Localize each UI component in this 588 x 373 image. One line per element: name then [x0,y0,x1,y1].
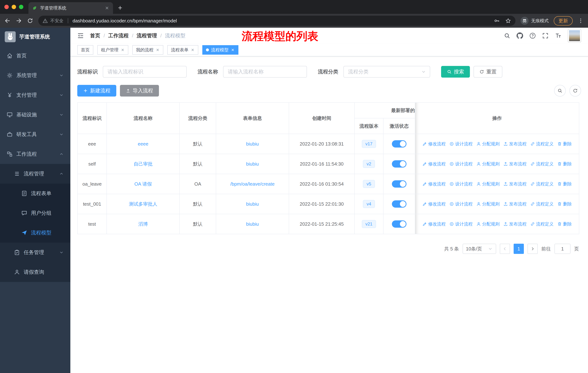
not-secure-icon[interactable] [43,18,48,23]
close-icon[interactable] [191,48,195,52]
tag-process-form[interactable]: 流程表单 [167,45,198,55]
modify-process-link[interactable]: 修改流程 [422,141,446,147]
assign-rule-link[interactable]: 分配规则 [476,221,500,227]
publish-process-link[interactable]: 发布流程 [503,161,526,167]
process-definition-link[interactable]: 流程定义 [530,161,554,167]
process-definition-link[interactable]: 流程定义 [530,181,554,187]
assign-rule-link[interactable]: 分配规则 [476,141,500,147]
tag-tenant-mgmt[interactable]: 租户管理 [97,45,128,55]
prev-page-button[interactable] [500,244,510,254]
assign-rule-link[interactable]: 分配规则 [476,201,500,207]
page-size-select[interactable]: 10条/页 [462,244,496,254]
process-definition-link[interactable]: 流程定义 [530,141,554,147]
design-process-link[interactable]: 设计流程 [449,201,473,207]
process-name-link[interactable]: eeee [138,141,148,147]
github-icon[interactable] [516,32,523,39]
breadcrumb-workflow[interactable]: 工作流程 [108,32,129,39]
publish-process-link[interactable]: 发布流程 [503,201,526,207]
process-name-input[interactable] [223,66,307,78]
browser-tab[interactable]: 芋道管理系统 [28,2,113,14]
delete-link[interactable]: 删除 [557,181,572,187]
design-process-link[interactable]: 设计流程 [449,221,473,227]
delete-link[interactable]: 删除 [557,201,572,207]
window-close-button[interactable] [4,5,9,9]
design-process-link[interactable]: 设计流程 [449,161,473,167]
process-category-select[interactable]: 流程分类 [343,66,430,78]
process-id-input[interactable] [103,66,187,78]
sidebar-item-infrastructure[interactable]: 基础设施 [0,105,70,125]
sidebar-item-process-form[interactable]: 流程表单 [0,184,70,203]
sidebar-item-task-mgmt[interactable]: 任务管理 [0,242,70,262]
close-icon[interactable] [231,48,235,52]
import-process-button[interactable]: 导入流程 [120,85,159,97]
active-status-toggle[interactable] [392,140,407,148]
toggle-search-button[interactable] [554,85,566,97]
sidebar-item-process-model[interactable]: 流程模型 [0,223,70,242]
bookmark-star-icon[interactable] [505,18,511,24]
form-info-link[interactable]: biubiu [246,201,259,207]
tag-process-model[interactable]: 流程模型 [202,45,238,55]
reset-button[interactable]: 重置 [473,66,502,78]
window-minimize-button[interactable] [12,5,16,9]
goto-page-input[interactable] [555,244,570,254]
create-process-button[interactable]: 新建流程 [77,85,116,97]
active-status-toggle[interactable] [392,200,407,208]
sidebar-item-payment-mgmt[interactable]: 支付管理 [0,85,70,105]
sidebar-item-workflow[interactable]: 工作流程 [0,144,70,164]
key-icon[interactable] [494,18,500,24]
tab-close-icon[interactable] [105,6,109,10]
search-button[interactable]: 搜索 [441,66,470,78]
sidebar-item-dev-tools[interactable]: 研发工具 [0,125,70,144]
breadcrumb-home[interactable]: 首页 [90,32,100,39]
assign-rule-link[interactable]: 分配规则 [476,161,500,167]
process-name-link[interactable]: 测试多审批人 [129,201,157,207]
breadcrumb-process-mgmt[interactable]: 流程管理 [137,32,157,39]
design-process-link[interactable]: 设计流程 [449,181,473,187]
delete-link[interactable]: 删除 [557,141,572,147]
refresh-table-button[interactable] [569,85,581,97]
form-info-link[interactable]: biubiu [246,161,259,167]
modify-process-link[interactable]: 修改流程 [422,201,446,207]
search-icon[interactable] [504,32,510,39]
delete-link[interactable]: 删除 [557,221,572,227]
close-icon[interactable] [156,48,160,52]
window-maximize-button[interactable] [19,5,23,9]
active-status-toggle[interactable] [392,160,407,168]
sidebar-fold-icon[interactable] [77,32,84,39]
tag-my-process[interactable]: 我的流程 [132,45,163,55]
sidebar-item-system-mgmt[interactable]: 系统管理 [0,66,70,85]
sidebar-item-leave-query[interactable]: 请假查询 [0,262,70,282]
forward-icon[interactable] [16,18,22,24]
modify-process-link[interactable]: 修改流程 [422,181,446,187]
active-status-toggle[interactable] [392,220,407,228]
form-info-link[interactable]: biubiu [246,221,259,227]
user-avatar[interactable] [567,29,581,43]
process-definition-link[interactable]: 流程定义 [530,201,554,207]
publish-process-link[interactable]: 发布流程 [503,221,526,227]
tag-home[interactable]: 首页 [77,45,93,55]
process-name-link[interactable]: 自己审批 [134,161,153,167]
back-icon[interactable] [4,18,10,24]
sidebar-item-process-mgmt[interactable]: 流程管理 [0,164,70,184]
publish-process-link[interactable]: 发布流程 [503,141,526,147]
close-icon[interactable] [121,48,125,52]
fullscreen-icon[interactable] [542,32,549,39]
active-status-toggle[interactable] [392,180,407,188]
browser-update-button[interactable]: 更新 [554,16,573,26]
sidebar-item-home[interactable]: 首页 [0,46,70,66]
page-1-button[interactable]: 1 [514,244,524,254]
process-name-link[interactable]: 滔博 [138,221,148,227]
next-page-button[interactable] [527,244,538,254]
url-bar[interactable]: 不安全 dashboard.yudao.iocoder.cn/bpm/manag… [38,16,515,26]
help-icon[interactable] [529,32,536,39]
sidebar-item-user-group[interactable]: 用户分组 [0,203,70,223]
new-tab-button[interactable] [117,5,123,10]
process-name-link[interactable]: OA 请假 [134,181,152,187]
font-size-icon[interactable] [555,32,561,39]
browser-menu-icon[interactable] [578,18,584,24]
reload-icon[interactable] [27,18,33,24]
form-info-link[interactable]: biubiu [246,141,259,147]
form-info-link[interactable]: /bpm/oa/leave/create [230,181,275,187]
publish-process-link[interactable]: 发布流程 [503,181,526,187]
modify-process-link[interactable]: 修改流程 [422,221,446,227]
